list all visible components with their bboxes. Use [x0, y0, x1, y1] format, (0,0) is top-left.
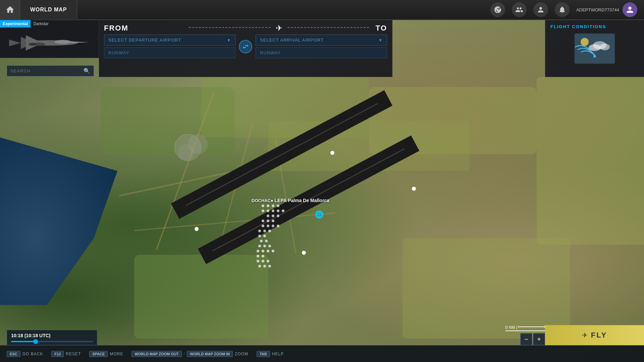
- svg-point-1: [54, 40, 71, 44]
- terminal-dot: [268, 245, 271, 247]
- community-icon-button[interactable]: [512, 2, 527, 17]
- zoom-controls: 0 NM | − +: [505, 325, 545, 345]
- terminal-dot: [263, 230, 266, 232]
- terminal-dot: [263, 245, 266, 247]
- scale-ruler: [518, 325, 545, 329]
- time-bar: 10:18 (10:18 UTC): [7, 330, 97, 345]
- departure-runway-field[interactable]: RUNWAY: [104, 47, 235, 58]
- airport-circle-icon: [315, 210, 323, 219]
- departure-placeholder: SELECT DEPARTURE AIRPORT: [108, 38, 181, 43]
- help-shortcut: TAB HELP: [257, 351, 284, 357]
- weather-icon: [575, 34, 615, 64]
- terminal-dot: [258, 230, 261, 232]
- terrain-patch-6: [402, 238, 570, 339]
- terminal-dot: [258, 245, 261, 247]
- airport-icon: [315, 210, 323, 219]
- world-map-label: WORLD MAP: [30, 7, 67, 13]
- fly-label: FLY: [591, 331, 607, 340]
- terminal-dot: [277, 215, 279, 217]
- terminal-dot: [262, 255, 264, 257]
- airport-symbol: [316, 212, 322, 218]
- departure-airport-dropdown[interactable]: SELECT DEPARTURE AIRPORT ▼: [104, 35, 235, 46]
- runway-dot-1: [330, 151, 334, 155]
- aircraft-panel: Experimental Darkstar: [0, 20, 99, 58]
- profile-icon-button[interactable]: [533, 2, 548, 17]
- terminal-dot: [257, 255, 259, 257]
- experimental-tag: Experimental: [0, 20, 31, 27]
- terminal-dot: [262, 260, 264, 262]
- airport-selectors: SELECT DEPARTURE AIRPORT ▼ RUNWAY SELECT…: [99, 35, 392, 58]
- search-icon[interactable]: 🔍: [84, 68, 90, 74]
- runway-dot-3: [412, 187, 416, 191]
- terminal-dot: [260, 240, 263, 242]
- svg-marker-2: [71, 42, 90, 43]
- reset-shortcut: F12 RESET: [51, 351, 81, 357]
- airport-label: DOCHAC● LEPA Palma De Mallorca: [252, 198, 329, 203]
- sea-area: [0, 137, 117, 305]
- f12-key[interactable]: F12: [51, 351, 64, 357]
- zoom-out-button[interactable]: −: [520, 333, 532, 345]
- to-label: TO: [376, 24, 387, 33]
- target-icon-button[interactable]: [490, 2, 505, 17]
- flight-conditions-content: [545, 32, 644, 65]
- terminal-dot: [258, 265, 261, 267]
- topbar-icons: ADEPTWORD773744: [490, 2, 644, 17]
- terminal-dot: [268, 265, 271, 267]
- svg-point-11: [600, 44, 610, 50]
- arrival-runway-label: RUNWAY: [260, 50, 281, 55]
- reset-label: RESET: [66, 352, 81, 356]
- slider-thumb[interactable]: [33, 339, 38, 344]
- more-shortcut: SPACE MORE: [89, 351, 123, 357]
- terminal-dot: [262, 225, 264, 227]
- zoom-in-key[interactable]: WORLD MAP ZOOM IN: [187, 351, 233, 357]
- terminal-dot: [277, 204, 279, 207]
- terminal-dot: [262, 220, 264, 222]
- arrival-airport-dropdown[interactable]: SELECT ARRIVAL AIRPORT ▼: [256, 35, 387, 46]
- airport-code: DOCHAC●: [252, 198, 275, 203]
- terminal-dot: [272, 204, 274, 207]
- zoom-buttons: − +: [520, 333, 545, 345]
- arrival-runway-field[interactable]: RUNWAY: [256, 47, 387, 58]
- swap-airports-button[interactable]: [239, 40, 252, 53]
- aircraft-silhouette: [9, 30, 90, 54]
- more-label: MORE: [110, 352, 123, 356]
- world-map-tab[interactable]: WORLD MAP: [20, 0, 77, 20]
- search-input[interactable]: [10, 68, 84, 73]
- zoom-in-button[interactable]: +: [533, 333, 545, 345]
- esc-key[interactable]: ESC: [7, 351, 20, 357]
- zoom-shortcut: WORLD MAP ZOOM OUT / WORLD MAP ZOOM IN Z…: [131, 351, 248, 357]
- arrival-chevron-icon: ▼: [378, 38, 383, 43]
- terminal-dot: [262, 204, 264, 207]
- svg-point-13: [581, 38, 589, 46]
- fly-button[interactable]: ✈ FLY: [545, 325, 644, 345]
- fly-plane-icon: ✈: [582, 331, 588, 339]
- time-slider[interactable]: [11, 341, 93, 342]
- bottom-bar: ESC GO BACK F12 RESET SPACE MORE WORLD M…: [0, 345, 644, 362]
- flight-header: FROM ✈ TO SELECT DEPARTURE AIRPORT ▼ RUN…: [99, 20, 392, 77]
- user-info[interactable]: ADEPTWORD773744: [576, 2, 637, 17]
- home-button[interactable]: [0, 0, 20, 20]
- flight-conditions-panel: FLIGHT CONDITIONS: [545, 20, 644, 77]
- arrival-placeholder: SELECT ARRIVAL AIRPORT: [260, 38, 324, 43]
- terminal-dot: [267, 250, 269, 252]
- flight-path-line: [189, 27, 270, 28]
- notifications-icon-button[interactable]: [555, 2, 570, 17]
- time-display: 10:18 (10:18 UTC): [11, 333, 93, 338]
- search-box: 🔍: [7, 65, 94, 76]
- terminal-dot: [282, 209, 284, 212]
- flight-conditions-title: FLIGHT CONDITIONS: [545, 20, 644, 32]
- terminal-area: [255, 201, 322, 268]
- zoom-label: ZOOM: [235, 352, 248, 356]
- go-back-shortcut: ESC GO BACK: [7, 351, 43, 357]
- arrival-selector: SELECT ARRIVAL AIRPORT ▼ RUNWAY: [256, 35, 387, 58]
- aircraft-image: [0, 27, 99, 56]
- terminal-dot: [272, 215, 274, 217]
- terminal-dot: [267, 204, 269, 207]
- zoom-out-key[interactable]: WORLD MAP ZOOM OUT: [131, 351, 181, 357]
- tab-key[interactable]: TAB: [257, 351, 270, 357]
- slider-fill: [11, 341, 36, 342]
- space-key[interactable]: SPACE: [89, 351, 108, 357]
- scale-bar: 0 NM |: [505, 325, 545, 331]
- departure-selector: SELECT DEPARTURE AIRPORT ▼ RUNWAY: [104, 35, 235, 58]
- terminal-dot: [265, 240, 268, 242]
